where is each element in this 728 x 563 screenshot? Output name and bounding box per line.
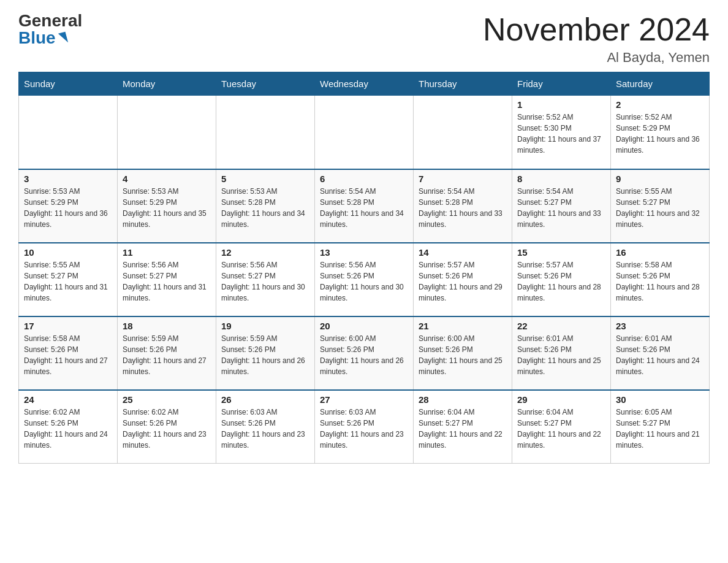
day-number: 21 [419,321,507,331]
day-number: 22 [517,321,605,331]
day-number: 24 [24,394,112,405]
day-number: 19 [221,321,309,331]
calendar-cell: 2Sunrise: 5:52 AMSunset: 5:29 PMDaylight… [611,96,710,169]
calendar-cell: 26Sunrise: 6:03 AMSunset: 5:26 PMDayligh… [216,390,315,464]
calendar-week-row: 10Sunrise: 5:55 AMSunset: 5:27 PMDayligh… [19,243,710,316]
weekday-header-monday: Monday [118,72,216,96]
weekday-header-thursday: Thursday [414,72,512,96]
day-info: Sunrise: 5:59 AMSunset: 5:26 PMDaylight:… [123,333,211,377]
calendar-week-row: 1Sunrise: 5:52 AMSunset: 5:30 PMDaylight… [19,96,710,169]
weekday-header-friday: Friday [512,72,611,96]
day-number: 1 [517,99,605,110]
day-number: 3 [24,174,112,184]
logo: General Blue [18,12,82,47]
day-number: 13 [320,247,408,258]
day-number: 16 [616,247,704,258]
logo-blue-text: Blue [18,29,67,47]
calendar-cell: 15Sunrise: 5:57 AMSunset: 5:26 PMDayligh… [512,243,611,316]
title-block: November 2024 Al Bayda, Yemen [483,12,710,66]
day-number: 4 [123,174,211,184]
weekday-header-row: SundayMondayTuesdayWednesdayThursdayFrid… [19,72,710,96]
day-info: Sunrise: 5:57 AMSunset: 5:26 PMDaylight:… [517,259,605,304]
day-info: Sunrise: 5:53 AMSunset: 5:29 PMDaylight:… [123,186,211,230]
calendar-cell [216,96,315,169]
weekday-header-wednesday: Wednesday [315,72,414,96]
day-info: Sunrise: 6:03 AMSunset: 5:26 PMDaylight:… [221,407,309,451]
day-info: Sunrise: 6:00 AMSunset: 5:26 PMDaylight:… [320,333,408,377]
calendar-cell: 10Sunrise: 5:55 AMSunset: 5:27 PMDayligh… [19,243,118,316]
day-number: 18 [123,321,211,331]
calendar-week-row: 17Sunrise: 5:58 AMSunset: 5:26 PMDayligh… [19,316,710,390]
calendar-cell: 29Sunrise: 6:04 AMSunset: 5:27 PMDayligh… [512,390,611,464]
day-info: Sunrise: 6:03 AMSunset: 5:26 PMDaylight:… [320,407,408,451]
day-info: Sunrise: 6:02 AMSunset: 5:26 PMDaylight:… [123,407,211,451]
calendar-table: SundayMondayTuesdayWednesdayThursdayFrid… [18,72,710,464]
weekday-header-tuesday: Tuesday [216,72,315,96]
calendar-cell: 28Sunrise: 6:04 AMSunset: 5:27 PMDayligh… [414,390,512,464]
calendar-cell: 21Sunrise: 6:00 AMSunset: 5:26 PMDayligh… [414,316,512,390]
day-number: 6 [320,174,408,184]
day-number: 2 [616,99,704,110]
calendar-cell: 18Sunrise: 5:59 AMSunset: 5:26 PMDayligh… [118,316,216,390]
calendar-cell: 20Sunrise: 6:00 AMSunset: 5:26 PMDayligh… [315,316,414,390]
day-info: Sunrise: 5:56 AMSunset: 5:27 PMDaylight:… [123,259,211,304]
day-info: Sunrise: 6:04 AMSunset: 5:27 PMDaylight:… [517,407,605,451]
calendar-cell: 1Sunrise: 5:52 AMSunset: 5:30 PMDaylight… [512,96,611,169]
day-number: 28 [419,394,507,405]
day-number: 23 [616,321,704,331]
day-info: Sunrise: 6:00 AMSunset: 5:26 PMDaylight:… [419,333,507,377]
logo-blue-word: Blue [18,29,56,47]
page-header: General Blue November 2024 Al Bayda, Yem… [18,12,710,66]
weekday-header-saturday: Saturday [611,72,710,96]
day-number: 26 [221,394,309,405]
day-number: 20 [320,321,408,331]
day-number: 5 [221,174,309,184]
day-info: Sunrise: 5:58 AMSunset: 5:26 PMDaylight:… [24,333,112,377]
location: Al Bayda, Yemen [483,50,710,66]
day-number: 15 [517,247,605,258]
day-info: Sunrise: 5:56 AMSunset: 5:26 PMDaylight:… [320,259,408,304]
day-info: Sunrise: 6:01 AMSunset: 5:26 PMDaylight:… [616,333,704,377]
calendar-week-row: 3Sunrise: 5:53 AMSunset: 5:29 PMDaylight… [19,169,710,243]
logo-general-text: General [18,12,82,29]
calendar-week-row: 24Sunrise: 6:02 AMSunset: 5:26 PMDayligh… [19,390,710,464]
day-info: Sunrise: 5:52 AMSunset: 5:30 PMDaylight:… [517,112,605,156]
calendar-cell: 8Sunrise: 5:54 AMSunset: 5:27 PMDaylight… [512,169,611,243]
day-info: Sunrise: 6:02 AMSunset: 5:26 PMDaylight:… [24,407,112,451]
calendar-cell [315,96,414,169]
calendar-cell: 14Sunrise: 5:57 AMSunset: 5:26 PMDayligh… [414,243,512,316]
day-number: 29 [517,394,605,405]
calendar-cell: 24Sunrise: 6:02 AMSunset: 5:26 PMDayligh… [19,390,118,464]
calendar-cell: 11Sunrise: 5:56 AMSunset: 5:27 PMDayligh… [118,243,216,316]
day-number: 27 [320,394,408,405]
day-info: Sunrise: 6:04 AMSunset: 5:27 PMDaylight:… [419,407,507,451]
calendar-cell: 12Sunrise: 5:56 AMSunset: 5:27 PMDayligh… [216,243,315,316]
calendar-cell: 22Sunrise: 6:01 AMSunset: 5:26 PMDayligh… [512,316,611,390]
calendar-cell: 7Sunrise: 5:54 AMSunset: 5:28 PMDaylight… [414,169,512,243]
calendar-cell: 6Sunrise: 5:54 AMSunset: 5:28 PMDaylight… [315,169,414,243]
calendar-cell: 23Sunrise: 6:01 AMSunset: 5:26 PMDayligh… [611,316,710,390]
calendar-cell [118,96,216,169]
day-info: Sunrise: 5:54 AMSunset: 5:27 PMDaylight:… [517,186,605,230]
day-info: Sunrise: 5:53 AMSunset: 5:28 PMDaylight:… [221,186,309,230]
day-info: Sunrise: 5:54 AMSunset: 5:28 PMDaylight:… [419,186,507,230]
day-info: Sunrise: 5:54 AMSunset: 5:28 PMDaylight:… [320,186,408,230]
day-info: Sunrise: 5:55 AMSunset: 5:27 PMDaylight:… [616,186,704,230]
calendar-cell: 13Sunrise: 5:56 AMSunset: 5:26 PMDayligh… [315,243,414,316]
day-number: 30 [616,394,704,405]
calendar-cell: 25Sunrise: 6:02 AMSunset: 5:26 PMDayligh… [118,390,216,464]
day-number: 25 [123,394,211,405]
day-info: Sunrise: 6:01 AMSunset: 5:26 PMDaylight:… [517,333,605,377]
calendar-cell: 3Sunrise: 5:53 AMSunset: 5:29 PMDaylight… [19,169,118,243]
calendar-cell: 9Sunrise: 5:55 AMSunset: 5:27 PMDaylight… [611,169,710,243]
weekday-header-sunday: Sunday [19,72,118,96]
month-title: November 2024 [483,12,710,47]
calendar-cell [414,96,512,169]
day-info: Sunrise: 5:58 AMSunset: 5:26 PMDaylight:… [616,259,704,304]
day-number: 11 [123,247,211,258]
day-number: 14 [419,247,507,258]
day-info: Sunrise: 5:55 AMSunset: 5:27 PMDaylight:… [24,259,112,304]
day-number: 7 [419,174,507,184]
calendar-cell: 27Sunrise: 6:03 AMSunset: 5:26 PMDayligh… [315,390,414,464]
calendar-cell: 19Sunrise: 5:59 AMSunset: 5:26 PMDayligh… [216,316,315,390]
